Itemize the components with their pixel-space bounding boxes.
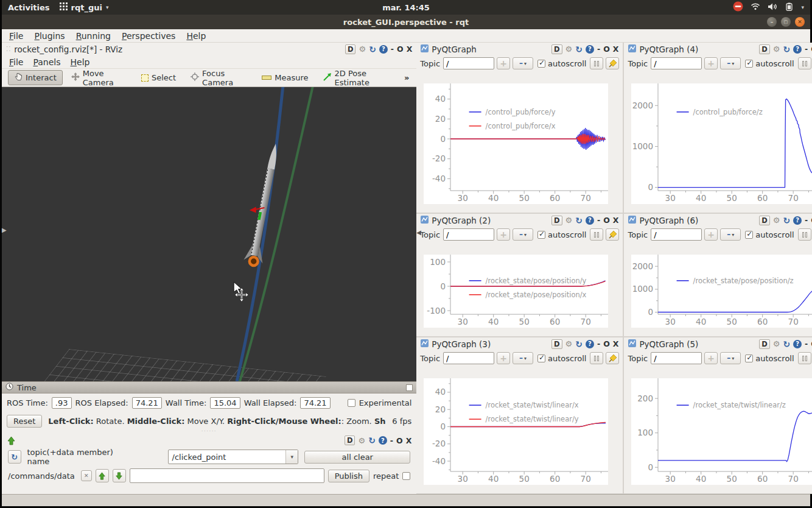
- settings-icon[interactable]: ⚙: [565, 45, 573, 53]
- do-not-disturb-icon[interactable]: [733, 1, 743, 13]
- settings-icon[interactable]: ⚙: [565, 340, 573, 348]
- detach-button[interactable]: D: [551, 339, 562, 349]
- topic-input[interactable]: [443, 57, 494, 69]
- pause-button[interactable]: [590, 57, 603, 69]
- plot-canvas[interactable]: 3040506070010002000/rocket_state/pose/po…: [631, 255, 812, 328]
- topic-input[interactable]: [443, 352, 494, 364]
- detach-button[interactable]: D: [551, 44, 562, 54]
- plot-dock-titlebar[interactable]: PyQtGraph (3) D ⚙ ↻ ? - O X: [416, 337, 623, 350]
- menu-running[interactable]: Running: [76, 31, 111, 41]
- topic-input[interactable]: [651, 352, 702, 364]
- plot-canvas[interactable]: 3040506070010002000/control_pub/force/z: [631, 83, 812, 204]
- menu-plugins[interactable]: Plugins: [34, 31, 65, 41]
- add-topic-button[interactable]: +: [704, 228, 718, 241]
- pause-button[interactable]: [590, 228, 603, 241]
- autoscroll-checkbox[interactable]: [537, 60, 545, 68]
- left-panel-collapse-arrow[interactable]: ▶: [2, 227, 7, 233]
- clear-plot-button[interactable]: [606, 352, 619, 364]
- clear-plot-button[interactable]: [606, 228, 619, 241]
- all-clear-button[interactable]: all clear: [304, 451, 410, 464]
- reload-icon[interactable]: ↻: [368, 436, 376, 445]
- pause-button[interactable]: [798, 228, 811, 241]
- menu-help[interactable]: Help: [186, 31, 206, 41]
- refresh-topics-button[interactable]: ↻: [8, 450, 21, 464]
- wall-time-value[interactable]: 15.04: [210, 397, 240, 409]
- reload-icon[interactable]: ↻: [783, 340, 790, 348]
- detach-button[interactable]: D: [345, 436, 355, 445]
- minimize-button[interactable]: -: [597, 339, 600, 348]
- tool-measure-button[interactable]: Measure: [256, 70, 314, 85]
- minimize-button[interactable]: -: [597, 216, 600, 225]
- right-panel-collapse-arrow[interactable]: ◀: [416, 229, 421, 236]
- tool-move-camera-button[interactable]: Move Camera: [65, 70, 133, 85]
- tool-select-button[interactable]: Select: [135, 70, 182, 85]
- toolbar-overflow-button[interactable]: »: [399, 73, 414, 82]
- message-value-input[interactable]: [130, 468, 324, 483]
- add-topic-button[interactable]: +: [497, 352, 510, 364]
- window-close-button[interactable]: ✕: [795, 17, 805, 27]
- maximize-button[interactable]: O: [603, 339, 610, 348]
- autoscroll-checkbox[interactable]: [537, 355, 545, 362]
- window-title-bar[interactable]: rocket_GUI.perspective - rqt – ▢ ✕: [2, 15, 810, 29]
- activities-button[interactable]: Activities: [8, 3, 50, 12]
- minimize-button[interactable]: -: [805, 216, 808, 225]
- plot-dock-titlebar[interactable]: PyQtGraph (5) D ⚙ ↻ ? - O X: [624, 337, 812, 350]
- detach-button[interactable]: D: [759, 339, 770, 349]
- reload-icon[interactable]: ↻: [369, 45, 376, 54]
- topic-input[interactable]: [443, 228, 494, 241]
- help-icon[interactable]: ?: [586, 45, 594, 54]
- help-icon[interactable]: ?: [586, 340, 594, 348]
- time-panel-titlebar[interactable]: Time: [2, 381, 416, 393]
- reload-icon[interactable]: ↻: [783, 216, 790, 225]
- minimize-button[interactable]: -: [390, 436, 393, 445]
- reload-icon[interactable]: ↻: [575, 340, 583, 348]
- reload-icon[interactable]: ↻: [783, 45, 790, 54]
- close-button[interactable]: X: [613, 216, 619, 225]
- minimize-button[interactable]: -: [805, 339, 808, 348]
- autoscroll-checkbox[interactable]: [745, 60, 753, 68]
- add-topic-button[interactable]: +: [497, 57, 510, 69]
- close-button[interactable]: X: [613, 44, 619, 54]
- help-icon[interactable]: ?: [793, 216, 802, 225]
- tool-focus-camera-button[interactable]: Focus Camera: [184, 70, 253, 85]
- plot-canvas[interactable]: 3040506070-1000100/rocket_state/pose/pos…: [424, 255, 608, 328]
- help-icon[interactable]: ?: [793, 340, 802, 348]
- wall-elapsed-value[interactable]: 74.21: [300, 397, 330, 409]
- repeat-checkbox[interactable]: [402, 472, 410, 480]
- battery-icon[interactable]: [785, 2, 794, 13]
- combobox-dropdown-button[interactable]: ▾: [285, 450, 298, 464]
- plot-dock-titlebar[interactable]: PyQtGraph (4) D ⚙ ↻ ? - O X: [624, 43, 812, 55]
- app-menu[interactable]: rqt_gui ▾: [60, 2, 109, 12]
- clock[interactable]: mar. 14:45: [382, 3, 430, 12]
- help-icon[interactable]: ?: [586, 216, 594, 225]
- autoscroll-checkbox[interactable]: [745, 231, 753, 239]
- tool-2d-pose-estimate-button[interactable]: 2D Pose Estimate: [317, 70, 397, 85]
- help-icon[interactable]: ?: [379, 45, 388, 54]
- detach-button[interactable]: D: [759, 44, 770, 54]
- reload-icon[interactable]: ↻: [575, 45, 583, 54]
- volume-icon[interactable]: [768, 2, 777, 13]
- plot-dock-titlebar[interactable]: PyQtGraph D ⚙ ↻ ? - O X: [416, 43, 623, 55]
- close-button[interactable]: X: [407, 44, 413, 54]
- remove-topic-dropdown[interactable]: –▾: [513, 57, 533, 69]
- remove-topic-dropdown[interactable]: –▾: [513, 228, 533, 241]
- detach-button[interactable]: D: [551, 216, 562, 225]
- minimize-button[interactable]: -: [391, 44, 394, 54]
- topic-input[interactable]: [651, 57, 702, 69]
- minimize-button[interactable]: -: [597, 44, 600, 54]
- remove-topic-dropdown[interactable]: –▾: [720, 352, 741, 364]
- topic-input[interactable]: [651, 228, 702, 241]
- remove-topic-dropdown[interactable]: –▾: [513, 352, 533, 364]
- add-topic-button[interactable]: +: [497, 228, 510, 241]
- settings-icon[interactable]: ⚙: [565, 216, 573, 224]
- settings-icon[interactable]: ⚙: [358, 437, 365, 445]
- autoscroll-checkbox[interactable]: [537, 231, 545, 239]
- settings-icon[interactable]: ⚙: [773, 340, 780, 348]
- rviz-dock-titlebar[interactable]: ⁚⁚ rocket_config.rviz[*] - RViz D ⚙ ↻ ? …: [2, 43, 416, 55]
- plot-canvas[interactable]: 30405060700100200/rocket_state/twist/lin…: [631, 378, 812, 485]
- window-maximize-button[interactable]: ▢: [781, 17, 791, 27]
- time-panel-float-button[interactable]: [406, 384, 413, 391]
- settings-icon[interactable]: ⚙: [773, 45, 780, 53]
- maximize-button[interactable]: O: [603, 216, 610, 225]
- tool-interact-button[interactable]: Interact: [8, 70, 63, 85]
